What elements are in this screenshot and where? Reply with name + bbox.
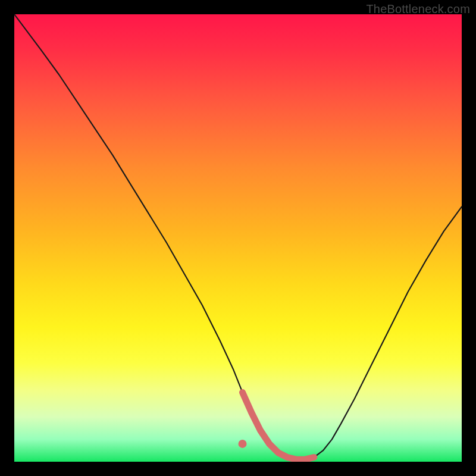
watermark-text: TheBottleneck.com xyxy=(366,2,470,16)
optimal-range-band xyxy=(243,392,314,459)
curve-layer xyxy=(14,14,462,462)
optimal-start-dot xyxy=(239,440,247,448)
bottleneck-curve xyxy=(14,14,462,459)
plot-area xyxy=(14,14,462,462)
chart-frame: TheBottleneck.com xyxy=(0,0,476,476)
